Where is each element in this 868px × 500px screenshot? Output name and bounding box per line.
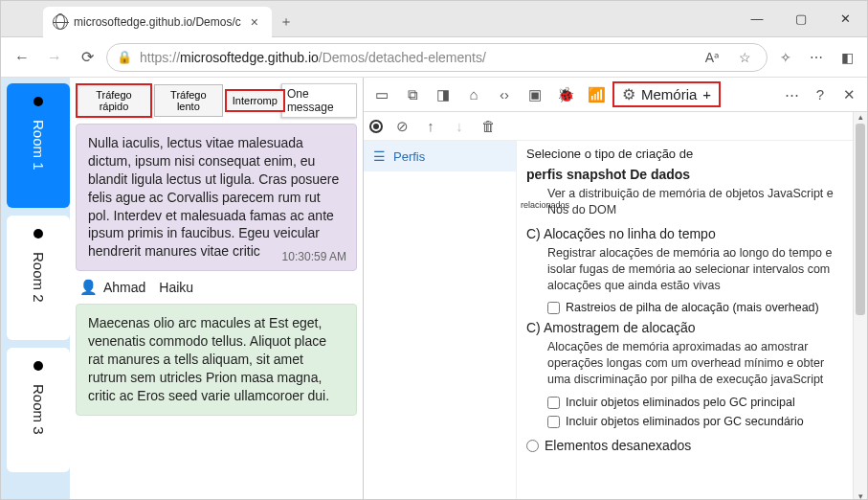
room-2[interactable]: Room 2 xyxy=(7,216,70,340)
more-tools-icon[interactable]: ⋯ xyxy=(777,80,806,109)
close-tab-icon[interactable]: × xyxy=(247,14,262,30)
window-maximize[interactable]: ▢ xyxy=(779,1,823,37)
interrupt-button[interactable]: Interromp xyxy=(225,89,285,112)
record-icon[interactable] xyxy=(369,120,383,133)
memory-toolbar: ⊘ ↑ ↓ 🗑 xyxy=(364,112,867,141)
one-message-button[interactable]: One message xyxy=(281,83,357,118)
message-body: Nulla iaculis, lectus vitae malesuada di… xyxy=(88,135,339,259)
save-down-icon[interactable]: ↓ xyxy=(450,118,469,134)
sidebar-icon[interactable]: ◧ xyxy=(835,45,859,70)
browser-tab[interactable]: microsoftedge.github.io/Demos/c × xyxy=(43,7,272,37)
tab-title: microsoftedge.github.io/Demos/c xyxy=(74,15,241,29)
application-icon[interactable]: ▣ xyxy=(521,80,549,109)
network-icon[interactable]: 📶 xyxy=(582,80,611,109)
bug-icon[interactable]: 🐞 xyxy=(551,80,580,109)
chat-message: Nulla iaculis, lectus vitae malesuada di… xyxy=(76,124,357,271)
profiles-sidebar: ☰ Perfis xyxy=(364,141,517,500)
memory-options: Selecione o tipo de criação de perfis sn… xyxy=(517,141,867,500)
url-box[interactable]: 🔒 https://microsoftedge.github.io/Demos/… xyxy=(106,43,768,72)
window-close[interactable]: ✕ xyxy=(823,1,867,37)
gc-major-checkbox[interactable]: Incluir objetos eliminados pelo GC princ… xyxy=(547,396,846,409)
room-3[interactable]: Room 3 xyxy=(7,348,70,472)
favorite-icon[interactable]: ☆ xyxy=(732,45,757,70)
refresh-button[interactable]: ⟳ xyxy=(74,44,100,71)
panel-icon[interactable]: ◨ xyxy=(429,80,457,109)
devtools-panel: ▭ ⧉ ◨ ⌂ ‹› ▣ 🐞 📶 ⚙ Memória + ⋯ ? ✕ ⊘ ↑ ↓ xyxy=(363,78,867,500)
inspect-icon[interactable]: ▭ xyxy=(367,80,396,109)
room-1[interactable]: Room 1 xyxy=(7,83,70,208)
devtools-scrollbar[interactable]: ▴ ▾ xyxy=(853,112,867,500)
menu-icon[interactable]: ⋯ xyxy=(804,45,829,70)
chat-message: Maecenas olio arc macules at Est eget, v… xyxy=(76,304,357,415)
device-icon[interactable]: ⧉ xyxy=(398,80,427,109)
memory-tab[interactable]: ⚙ Memória + xyxy=(612,81,721,107)
message-author: 👤 Ahmad Haiku xyxy=(76,277,357,298)
lock-icon: 🔒 xyxy=(117,50,132,64)
window-titlebar: microsoftedge.github.io/Demos/c × ＋ — ▢ … xyxy=(1,1,867,37)
window-minimize[interactable]: — xyxy=(735,1,779,37)
gear-icon: ⚙ xyxy=(622,85,635,103)
url-text: https://microsoftedge.github.io/Demos/de… xyxy=(140,50,486,65)
profiles-row[interactable]: ☰ Perfis xyxy=(364,141,516,171)
message-time: 10:30:59 AM xyxy=(282,249,346,264)
snapshot-heading: perfis snapshot De dados xyxy=(526,167,846,182)
rooms-sidebar: Room 1 Room 2 Room 3 xyxy=(1,78,70,500)
forward-button[interactable]: → xyxy=(41,44,68,71)
back-button[interactable]: ← xyxy=(9,44,35,71)
alloc-timeline-heading: C) Alocações no linha do tempo xyxy=(526,226,846,241)
clear-icon[interactable]: ⊘ xyxy=(392,118,412,135)
chat-panel: Tráfego rápido Tráfego lento Interromp O… xyxy=(70,78,363,500)
help-icon[interactable]: ? xyxy=(806,80,835,109)
trash-icon[interactable]: 🗑 xyxy=(479,118,498,134)
devtools-tabbar: ▭ ⧉ ◨ ⌂ ‹› ▣ 🐞 📶 ⚙ Memória + ⋯ ? ✕ xyxy=(364,78,867,112)
home-icon[interactable]: ⌂ xyxy=(459,80,488,109)
globe-icon xyxy=(53,14,68,30)
devtools-close-icon[interactable]: ✕ xyxy=(835,80,863,109)
sources-icon[interactable]: ‹› xyxy=(490,80,519,109)
reading-mode-icon[interactable]: Aᵃ xyxy=(700,45,724,70)
detached-elements-radio[interactable]: Elementos desanexados xyxy=(526,438,846,453)
gc-minor-checkbox[interactable]: Incluir objetos eliminados por GC secund… xyxy=(547,415,846,428)
load-up-icon[interactable]: ↑ xyxy=(421,118,440,134)
slow-traffic-button[interactable]: Tráfego lento xyxy=(154,84,223,117)
sliders-icon: ☰ xyxy=(373,148,386,164)
alloc-sampling-heading: C) Amostragem de alocação xyxy=(526,320,846,335)
collections-icon[interactable]: ✧ xyxy=(773,45,798,70)
person-icon: 👤 xyxy=(79,279,98,296)
stack-traces-checkbox[interactable]: Rastreios de pilha de alocação (mais ove… xyxy=(547,301,846,314)
fast-traffic-button[interactable]: Tráfego rápido xyxy=(76,83,152,118)
new-tab-button[interactable]: ＋ xyxy=(276,7,297,37)
related-label: relacionados xyxy=(521,199,569,211)
message-body: Maecenas olio arc macules at Est eget, v… xyxy=(88,315,329,403)
address-bar: ← → ⟳ 🔒 https://microsoftedge.github.io/… xyxy=(1,37,867,78)
